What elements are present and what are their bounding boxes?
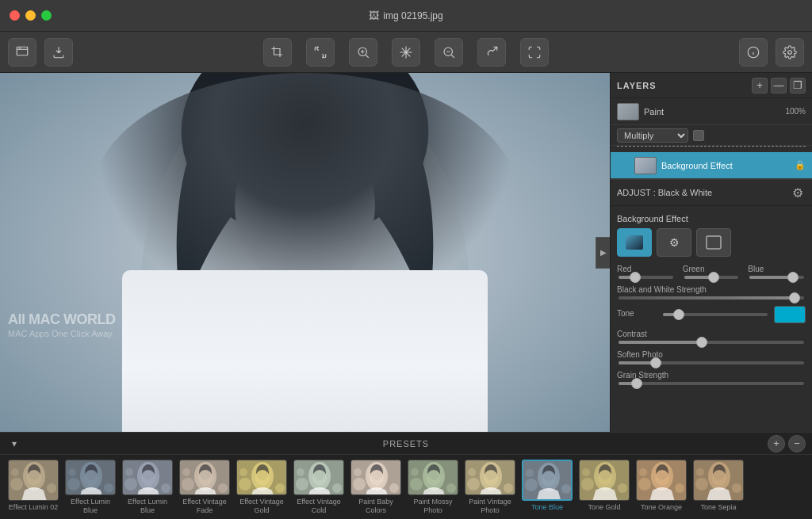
minimize-layer-button[interactable]: — [771,78,787,93]
red-slider-thumb[interactable] [630,272,641,283]
export-button[interactable] [44,38,73,67]
preset-photo-paint-mossy-photo [408,460,458,495]
preset-thumb-tone-gold [579,460,630,501]
preset-item-tone-blue[interactable]: Tone Blue [520,460,574,515]
preset-photo-effect-vintage-fade [180,460,230,495]
preset-item-effect-lumin-02[interactable]: Effect Lumin 02 [6,460,60,515]
add-layer-button[interactable]: + [752,78,768,93]
grain-thumb[interactable] [631,378,642,389]
add-preset-button[interactable]: + [768,435,785,452]
preset-photo-paint-vintage-photo [465,460,515,495]
soften-slider-row: Soften Photo [617,350,806,364]
preset-item-paint-vintage-photo[interactable]: Paint Vintage Photo [463,460,517,515]
info-button[interactable] [739,38,768,67]
right-panel: LAYERS + — ❐ Paint 100% Multiply Normal … [610,73,812,432]
svg-point-87 [582,468,590,476]
maximize-button[interactable] [41,10,52,21]
bw-strength-track[interactable] [619,296,804,300]
soften-thumb[interactable] [650,357,661,368]
svg-point-29 [124,478,137,490]
preset-item-tone-orange[interactable]: Tone Orange [634,460,688,515]
zoom-out-button[interactable] [435,38,463,67]
svg-point-49 [312,470,327,486]
svg-point-42 [255,470,270,486]
preset-item-paint-baby-colors[interactable]: Paint Baby Colors [349,460,403,515]
svg-point-71 [467,478,480,490]
svg-point-36 [182,478,194,490]
svg-point-7 [182,73,429,239]
rotate-button[interactable] [306,38,335,67]
svg-point-16 [47,483,56,493]
preset-item-effect-vintage-cold[interactable]: Effect Vintage Cold [292,460,346,515]
blue-slider-track[interactable] [749,276,804,279]
presets-header: ▾ PRESETS + − [0,433,812,455]
preset-item-effect-lumin-blue[interactable]: Effect Lumin Blue [63,460,117,515]
grain-track[interactable] [619,382,804,385]
preset-item-paint-mossy-photo[interactable]: Paint Mossy Photo [406,460,460,515]
settings-button[interactable] [776,38,804,67]
layer-background-effect[interactable]: Background Effect 🔒 [611,152,812,179]
presets-scroll[interactable]: Effect Lumin 02 Effect Lumin Blue [0,455,812,519]
preset-item-tone-gold[interactable]: Tone Gold [577,460,631,515]
move-button[interactable] [392,38,420,67]
preset-item-effect-vintage-gold[interactable]: Effect Vintage Gold [235,460,289,515]
blend-mode-select[interactable]: Multiply Normal Screen Overlay [617,128,688,143]
adjust-options-button[interactable]: ⚙ [790,185,806,200]
layer-paint[interactable]: Paint 100% [611,98,812,125]
layer-name-paint: Paint [644,107,780,116]
section-label-bg-effect: Background Effect [617,214,806,223]
presets-collapse-button[interactable]: ▾ [6,436,22,452]
remove-preset-button[interactable]: − [788,435,806,452]
preset-label-tone-sepia: Tone Sepia [700,503,736,512]
red-label: Red [617,265,675,273]
preset-item-tone-sepia[interactable]: Tone Sepia [691,460,745,515]
svg-point-45 [239,468,247,476]
preset-thumb-effect-lumin-02 [8,460,59,501]
preset-thumb-effect-vintage-fade [179,460,230,495]
fullscreen-button[interactable] [520,38,549,67]
gradient-effect-btn[interactable] [617,228,652,257]
blue-slider-thumb[interactable] [787,272,799,283]
canvas-area: All MAC WORLD MAC Apps One Click Away ▶ [0,73,610,432]
svg-point-99 [695,478,708,490]
contrast-thumb[interactable] [696,337,707,348]
redo-button[interactable] [477,38,506,67]
layer-visibility-indicator [617,159,630,172]
zoom-in-button[interactable] [349,38,377,67]
toolbar-left [8,38,73,67]
soften-track[interactable] [619,361,804,364]
svg-point-80 [526,469,534,477]
close-button[interactable] [10,10,20,21]
preset-item-effect-vintage-fade[interactable]: Effect Vintage Fade [178,460,232,515]
tone-track[interactable] [663,313,768,316]
file-icon: 🖼 [369,10,379,21]
preset-label-paint-baby-colors: Paint Baby Colors [349,498,403,515]
preset-thumb-effect-lumin-blue2 [122,460,173,495]
settings-effect-btn[interactable]: ⚙ [657,228,691,257]
svg-point-86 [618,483,627,493]
svg-rect-5 [0,73,610,432]
square-effect-btn[interactable] [696,228,731,257]
preset-item-effect-lumin-blue2[interactable]: Effect Lumin Blue [121,460,174,515]
toolbar-center [263,38,549,67]
green-slider-thumb[interactable] [708,272,719,283]
panel-collapse-button[interactable]: ▶ [596,237,610,269]
crop-button[interactable] [263,38,292,67]
minimize-button[interactable] [25,10,36,21]
preset-label-effect-lumin-02: Effect Lumin 02 [9,503,58,512]
import-button[interactable] [8,38,36,67]
duplicate-layer-button[interactable]: ❐ [790,78,806,93]
blue-label: Blue [748,265,806,273]
layer-opacity-paint: 100% [785,107,806,116]
tone-color-picker[interactable] [774,306,806,323]
red-slider-track[interactable] [619,276,673,279]
preset-thumb-effect-vintage-gold [236,460,287,495]
bw-strength-thumb[interactable] [789,292,800,303]
contrast-track[interactable] [619,341,804,344]
green-slider-track[interactable] [684,276,739,279]
preset-label-effect-vintage-fade: Effect Vintage Fade [178,498,232,515]
svg-point-84 [598,470,612,486]
grain-slider-row: Grain Strength [617,371,806,385]
tone-thumb[interactable] [673,309,684,320]
svg-point-92 [638,478,651,490]
